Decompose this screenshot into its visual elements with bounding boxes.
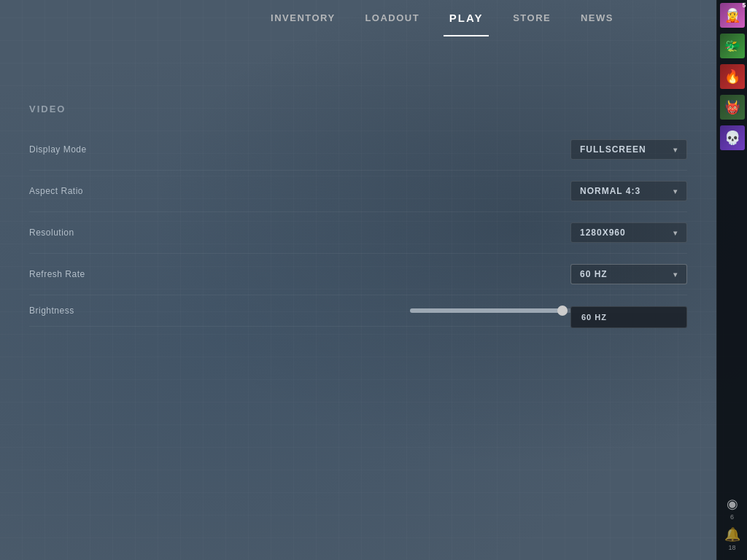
aspect-ratio-control: NORMAL 4:3 ▾ [570, 181, 687, 201]
refresh-rate-option-60hz[interactable]: 60 Hz [571, 307, 686, 327]
avatar-1[interactable]: 🧝 [720, 3, 745, 28]
aspect-ratio-row: Aspect Ratio NORMAL 4:3 ▾ [29, 171, 687, 212]
avatar-2[interactable]: 🐲 [720, 34, 745, 58]
display-mode-value: FULLSCREEN [580, 144, 646, 155]
side-bottom: ◉ 6 🔔 18 [717, 493, 748, 560]
notification-icon: 🔔 [724, 526, 740, 542]
wifi-button[interactable]: ◉ 6 [717, 493, 748, 524]
resolution-dropdown[interactable]: 1280X960 ▾ [570, 222, 687, 243]
resolution-chevron: ▾ [673, 229, 678, 237]
notification-button[interactable]: 🔔 18 [717, 524, 748, 554]
nav-item-play[interactable]: PLAY [436, 0, 497, 36]
nav-item-loadout[interactable]: LOADOUT [352, 0, 433, 36]
brightness-fill [410, 308, 562, 313]
wifi-count: 6 [730, 513, 734, 521]
side-panel: 5 🧝 🐲 🔥 👹 💀 ◉ 6 🔔 18 [716, 0, 747, 560]
settings-panel: Video Display Mode FULLSCREEN ▾ Aspect R… [0, 86, 716, 524]
content-area: 🔍 VIDEO AUDIO GAME KEYBOARD / MOUSE VIDE… [0, 36, 716, 560]
refresh-rate-row: Refresh Rate 60 HZ ▾ [29, 254, 687, 295]
avatar-3-container[interactable]: 🔥 [717, 61, 748, 92]
resolution-value: 1280X960 [580, 228, 626, 238]
avatar-5[interactable]: 💀 [720, 125, 745, 150]
display-mode-dropdown[interactable]: FULLSCREEN ▾ [570, 139, 687, 160]
avatar-3[interactable]: 🔥 [720, 64, 745, 89]
brightness-label: Brightness [29, 306, 410, 316]
resolution-label: Resolution [29, 228, 570, 238]
display-mode-label: Display Mode [29, 144, 570, 155]
refresh-rate-label: Refresh Rate [29, 269, 570, 279]
display-mode-row: Display Mode FULLSCREEN ▾ [29, 129, 687, 171]
aspect-ratio-value: NORMAL 4:3 [580, 186, 640, 196]
nav-item-store[interactable]: STORE [500, 0, 564, 36]
avatar-5-container[interactable]: 💀 [717, 122, 748, 153]
refresh-rate-chevron: ▾ [673, 271, 678, 279]
nav-item-news[interactable]: NEWS [568, 0, 627, 36]
display-mode-control: FULLSCREEN ▾ [570, 139, 687, 160]
avatar-count-badge[interactable]: 5 🧝 [717, 0, 748, 31]
nav-item-inventory[interactable]: INVENTORY [258, 0, 349, 36]
avatar-2-container[interactable]: 🐲 [717, 31, 748, 61]
resolution-row: Resolution 1280X960 ▾ [29, 212, 687, 254]
resolution-control: 1280X960 ▾ [570, 222, 687, 243]
avatar-4-container[interactable]: 👹 [717, 92, 748, 122]
display-mode-chevron: ▾ [673, 146, 678, 154]
refresh-rate-value: 60 HZ [580, 269, 608, 279]
avatar-count-number: 5 [742, 1, 746, 9]
aspect-ratio-label: Aspect Ratio [29, 186, 570, 196]
section-title: Video [29, 104, 687, 114]
notification-count: 18 [728, 544, 735, 551]
aspect-ratio-dropdown[interactable]: NORMAL 4:3 ▾ [570, 181, 687, 201]
refresh-rate-popup: 60 Hz [570, 306, 687, 328]
avatar-4[interactable]: 👹 [720, 95, 745, 120]
wifi-icon: ◉ [727, 496, 738, 512]
brightness-thumb[interactable] [557, 306, 568, 316]
refresh-rate-dropdown[interactable]: 60 HZ ▾ [570, 264, 687, 284]
refresh-rate-control: 60 HZ ▾ [570, 264, 687, 284]
aspect-ratio-chevron: ▾ [673, 187, 678, 195]
